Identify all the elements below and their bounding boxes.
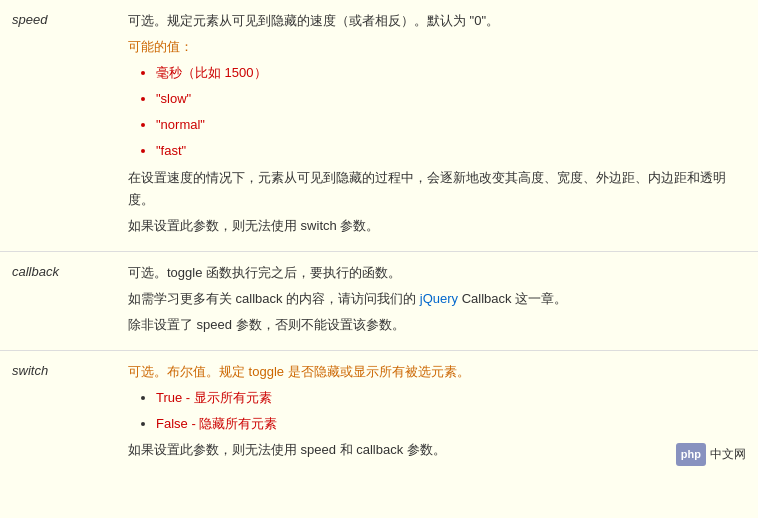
list-item-text: True - 显示所有元素 xyxy=(156,390,272,405)
param-name-switch: switch xyxy=(0,351,116,476)
callback-desc-3: 除非设置了 speed 参数，否则不能设置该参数。 xyxy=(128,314,746,336)
param-name-callback: callback xyxy=(0,251,116,350)
list-item-text: "slow" xyxy=(156,91,191,106)
list-item-text: 毫秒（比如 1500） xyxy=(156,65,267,80)
chinese-net-text: 中文网 xyxy=(710,444,746,464)
list-item-text: "fast" xyxy=(156,143,186,158)
switch-desc-1: 可选。布尔值。规定 toggle 是否隐藏或显示所有被选元素。 xyxy=(128,361,746,383)
list-item-text: "normal" xyxy=(156,117,205,132)
speed-desc-2: 在设置速度的情况下，元素从可见到隐藏的过程中，会逐新地改变其高度、宽度、外边距、… xyxy=(128,167,746,211)
table-row: callback 可选。toggle 函数执行完之后，要执行的函数。 如需学习更… xyxy=(0,251,758,350)
callback-desc-2: 如需学习更多有关 callback 的内容，请访问我们的 jQuery Call… xyxy=(128,288,746,310)
speed-possible-values-title: 可能的值： xyxy=(128,36,746,58)
list-item: "normal" xyxy=(156,114,746,136)
speed-desc-1: 可选。规定元素从可见到隐藏的速度（或者相反）。默认为 "0"。 xyxy=(128,10,746,32)
list-item: 毫秒（比如 1500） xyxy=(156,62,746,84)
param-name-speed: speed xyxy=(0,0,116,251)
speed-values-list: 毫秒（比如 1500） "slow" "normal" "fast" xyxy=(156,62,746,162)
list-item: False - 隐藏所有元素 xyxy=(156,413,746,435)
table-row: speed 可选。规定元素从可见到隐藏的速度（或者相反）。默认为 "0"。 可能… xyxy=(0,0,758,251)
param-desc-speed: 可选。规定元素从可见到隐藏的速度（或者相反）。默认为 "0"。 可能的值： 毫秒… xyxy=(116,0,758,251)
param-desc-switch: 可选。布尔值。规定 toggle 是否隐藏或显示所有被选元素。 True - 显… xyxy=(116,351,758,476)
list-item: "fast" xyxy=(156,140,746,162)
list-item: True - 显示所有元素 xyxy=(156,387,746,409)
jquery-link[interactable]: jQuery xyxy=(420,291,458,306)
callback-desc-1: 可选。toggle 函数执行完之后，要执行的函数。 xyxy=(128,262,746,284)
speed-desc-3: 如果设置此参数，则无法使用 switch 参数。 xyxy=(128,215,746,237)
switch-desc-2: 如果设置此参数，则无法使用 speed 和 callback 参数。 xyxy=(128,439,446,461)
list-item: "slow" xyxy=(156,88,746,110)
php-logo: php xyxy=(676,443,706,466)
php-badge-container: php 中文网 xyxy=(676,443,746,466)
main-container: speed 可选。规定元素从可见到隐藏的速度（或者相反）。默认为 "0"。 可能… xyxy=(0,0,758,476)
table-row: switch 可选。布尔值。规定 toggle 是否隐藏或显示所有被选元素。 T… xyxy=(0,351,758,476)
param-desc-callback: 可选。toggle 函数执行完之后，要执行的函数。 如需学习更多有关 callb… xyxy=(116,251,758,350)
switch-values-list: True - 显示所有元素 False - 隐藏所有元素 xyxy=(156,387,746,435)
list-item-text: False - 隐藏所有元素 xyxy=(156,416,277,431)
params-table: speed 可选。规定元素从可见到隐藏的速度（或者相反）。默认为 "0"。 可能… xyxy=(0,0,758,476)
